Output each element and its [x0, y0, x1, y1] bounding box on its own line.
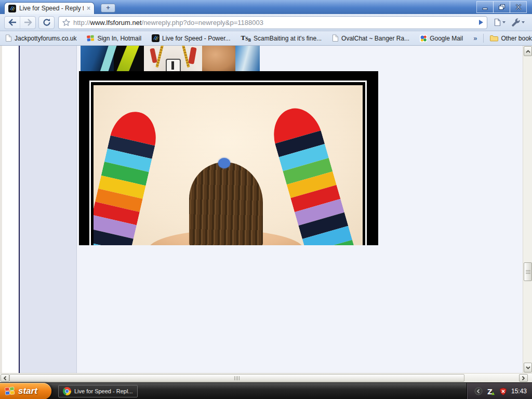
- page-content: [0, 46, 532, 373]
- taskbar-clock: 15:43: [511, 388, 527, 395]
- scroll-left-button[interactable]: [1, 374, 9, 382]
- titlebar: Live for Speed - Reply to To... × +: [0, 0, 532, 14]
- bookmark-item[interactable]: OvalChat ~ Banger Ra...: [332, 34, 409, 42]
- folder-icon: [490, 35, 498, 42]
- ponytail-hair: [189, 162, 263, 245]
- chevron-down-icon: [502, 21, 506, 23]
- bookmark-item[interactable]: Google Mail: [420, 35, 463, 42]
- url-path: /newreply.php?do=newreply&p=1188003: [142, 19, 263, 26]
- bookmark-label: Live for Speed - Power...: [162, 35, 230, 42]
- go-button[interactable]: [479, 20, 483, 25]
- chrome-icon: [63, 387, 71, 395]
- page-menu-button[interactable]: [491, 17, 509, 28]
- blue-scrunchie: [218, 158, 230, 168]
- chevron-down-icon: [526, 366, 530, 369]
- url-text[interactable]: http://www.lfsforum.net/newreply.php?do=…: [73, 19, 476, 26]
- reload-icon: [43, 18, 51, 26]
- forward-button[interactable]: [20, 17, 35, 29]
- task-label: Live for Speed - Repl...: [74, 388, 133, 394]
- taskbar: start Live for Speed - Repl... Z 15:43: [0, 382, 532, 399]
- close-button[interactable]: [510, 1, 527, 13]
- tsb-icon: TSB: [241, 34, 251, 43]
- signature-image-partial: [81, 46, 260, 71]
- wrench-menu-button[interactable]: [509, 17, 528, 28]
- vertical-scrollbar[interactable]: [523, 46, 532, 373]
- page-icon: [332, 34, 339, 42]
- google-icon: [420, 35, 427, 42]
- bookmarks-overflow-chevron[interactable]: »: [473, 34, 477, 42]
- bookmark-label: Google Mail: [430, 35, 463, 42]
- chevron-up-icon: [526, 50, 530, 53]
- browser-toolbar: http://www.lfsforum.net/newreply.php?do=…: [0, 14, 532, 31]
- scroll-grip: [526, 270, 530, 274]
- restore-button[interactable]: [493, 1, 510, 13]
- minimize-icon: [482, 4, 489, 10]
- left-rainbow-sock: [94, 107, 162, 245]
- bookmarks-bar: Jackpottyforums.co.ukSign In, HotmailLiv…: [0, 31, 532, 46]
- close-icon: [515, 4, 522, 10]
- chevron-right-icon: [522, 376, 525, 380]
- windows-icon: [87, 35, 95, 42]
- chevron-down-icon: [522, 21, 525, 23]
- rainbow-socks-photo: [94, 85, 363, 245]
- security-shield-icon[interactable]: [499, 388, 507, 395]
- bookmark-label: ScamBaiting at it's fine...: [254, 35, 322, 42]
- wrench-icon: [512, 18, 520, 26]
- bookmark-item[interactable]: Live for Speed - Power...: [152, 34, 230, 42]
- tab-title: Live for Speed - Reply to To...: [19, 5, 84, 12]
- window-controls: [477, 1, 527, 13]
- back-button[interactable]: [5, 17, 20, 29]
- address-bar[interactable]: http://www.lfsforum.net/newreply.php?do=…: [58, 16, 487, 29]
- bookmark-items: Jackpottyforums.co.ukSign In, HotmailLiv…: [5, 34, 463, 43]
- horizontal-scroll-thumb[interactable]: [9, 374, 464, 382]
- new-tab-button[interactable]: +: [101, 4, 115, 12]
- bookmark-item[interactable]: Sign In, Hotmail: [87, 35, 141, 42]
- system-tray: Z 15:43: [467, 383, 532, 399]
- bookmark-label: OvalChat ~ Banger Ra...: [341, 35, 409, 42]
- graffiti-right-patch: [235, 46, 260, 71]
- page-icon: [494, 18, 501, 26]
- tray-collapse-icon[interactable]: [474, 387, 483, 395]
- lfs-icon: [152, 34, 159, 42]
- tab-close-icon[interactable]: ×: [87, 5, 90, 11]
- right-rainbow-sock: [267, 102, 356, 245]
- bookmarks-separator: [483, 34, 484, 43]
- browser-tab[interactable]: Live for Speed - Reply to To... ×: [4, 2, 95, 14]
- vertical-scroll-thumb[interactable]: [524, 262, 532, 281]
- page-icon: [5, 34, 12, 42]
- zonealarm-icon[interactable]: Z: [487, 388, 495, 395]
- nav-button-group: [4, 16, 36, 29]
- socks-photo-frame: [79, 71, 378, 245]
- bookmarks-bar-right: » Other bookmarks: [473, 34, 532, 43]
- bookmark-label: Sign In, Hotmail: [97, 35, 141, 42]
- bookmark-item[interactable]: Jackpottyforums.co.uk: [5, 34, 76, 42]
- reload-button[interactable]: [38, 16, 55, 29]
- scroll-right-button[interactable]: [519, 374, 528, 382]
- url-scheme: http://: [73, 19, 90, 26]
- lfs-favicon: [8, 5, 16, 12]
- bookmark-star-icon[interactable]: [62, 19, 70, 26]
- scroll-down-button[interactable]: [524, 363, 532, 373]
- bookmark-item[interactable]: TSBScamBaiting at it's fine...: [241, 34, 322, 43]
- other-bookmarks-label: Other bookmarks: [501, 35, 532, 42]
- forum-main-column: [77, 46, 523, 373]
- forward-arrow-icon: [23, 19, 33, 26]
- taskbar-task-button[interactable]: Live for Speed - Repl...: [58, 385, 138, 397]
- other-bookmarks-button[interactable]: Other bookmarks: [490, 35, 532, 42]
- graffiti-yellow-stripe: [116, 46, 139, 71]
- bookmark-label: Jackpottyforums.co.uk: [15, 35, 76, 42]
- forum-side-column: [20, 46, 77, 373]
- scroll-up-button[interactable]: [524, 46, 532, 56]
- start-label: start: [18, 386, 37, 396]
- back-arrow-icon: [8, 19, 17, 26]
- windows-flag-icon: [5, 387, 15, 396]
- scroll-grip: [234, 376, 240, 380]
- horizontal-scrollbar[interactable]: [0, 373, 532, 382]
- page-left-margin: [2, 46, 19, 373]
- number-one-medallion: [166, 59, 181, 71]
- chevron-left-icon: [4, 376, 7, 380]
- start-button[interactable]: start: [0, 383, 51, 399]
- url-host: www.lfsforum.net: [90, 19, 142, 26]
- restore-icon: [498, 4, 506, 10]
- minimize-button[interactable]: [476, 1, 494, 13]
